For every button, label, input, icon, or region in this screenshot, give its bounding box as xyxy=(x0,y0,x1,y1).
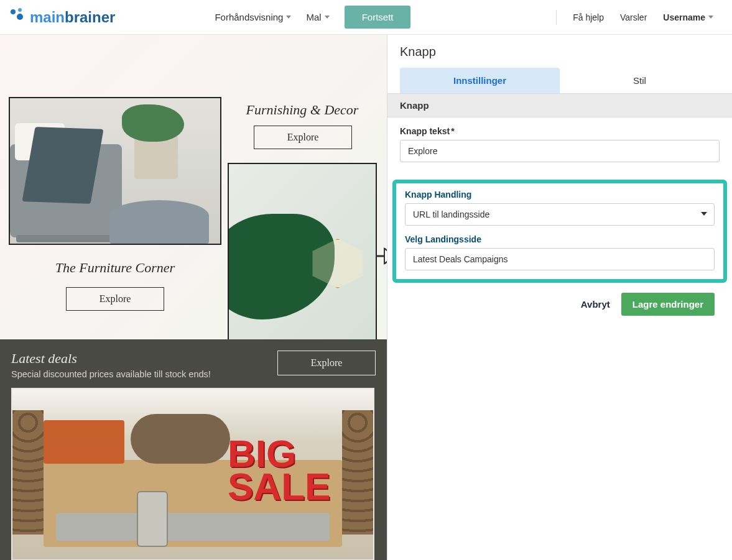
top-navbar: mainbrainer Forhåndsvisning Mal Fortsett… xyxy=(0,0,732,35)
nav-divider xyxy=(556,10,557,25)
cancel-button[interactable]: Avbryt xyxy=(581,299,610,310)
nav-preview-dropdown[interactable]: Forhåndsvisning xyxy=(215,12,291,22)
nav-right: Få hjelp Varsler Username xyxy=(556,10,726,25)
nav-username-label: Username xyxy=(663,12,705,22)
explore-button-deals[interactable]: Explore xyxy=(277,351,376,375)
landing-page-input[interactable] xyxy=(405,248,715,270)
logo[interactable]: mainbrainer xyxy=(9,7,115,27)
logo-text-brainer: brainer xyxy=(65,9,115,25)
svg-point-0 xyxy=(11,9,16,14)
panel-title: Knapp xyxy=(387,35,732,68)
chevron-down-icon xyxy=(286,16,291,19)
logo-dots-icon xyxy=(9,7,26,27)
field-landing-page: Velg Landingsside xyxy=(405,234,715,270)
chevron-down-icon xyxy=(708,16,713,19)
save-button[interactable]: Lagre endringer xyxy=(621,293,715,316)
tab-settings[interactable]: Innstillinger xyxy=(400,68,560,93)
panel-tabs: Innstillinger Stil xyxy=(387,68,732,93)
nav-center: Forhåndsvisning Mal Fortsett xyxy=(215,6,410,29)
button-action-select[interactable] xyxy=(405,203,715,226)
nav-preview-label: Forhåndsvisning xyxy=(215,12,283,22)
arrow-right-icon xyxy=(376,247,387,267)
svg-point-1 xyxy=(18,8,22,12)
chevron-down-icon xyxy=(325,16,330,19)
button-action-label: Knapp Handling xyxy=(405,190,715,200)
decor-image-card[interactable] xyxy=(228,163,377,349)
button-text-input[interactable] xyxy=(400,140,720,162)
svg-point-2 xyxy=(17,14,23,20)
nav-help-link[interactable]: Få hjelp xyxy=(573,12,604,22)
continue-button[interactable]: Fortsett xyxy=(345,6,411,29)
section-label-button: Knapp xyxy=(387,93,732,117)
nav-template-label: Mal xyxy=(306,12,321,22)
tab-style[interactable]: Stil xyxy=(560,68,720,93)
canvas-section-top: The Furniture Corner Explore Furnishing … xyxy=(0,35,387,339)
explore-button-furnishing[interactable]: Explore xyxy=(254,126,352,149)
field-button-text: Knapp tekst* xyxy=(400,126,720,162)
deals-title: Latest deals xyxy=(11,351,211,367)
furniture-title: The Furniture Corner xyxy=(9,260,221,276)
button-text-label: Knapp tekst* xyxy=(400,126,720,136)
furniture-image-card[interactable] xyxy=(9,97,221,245)
deals-image[interactable]: BIGSALE xyxy=(11,388,374,560)
nav-template-dropdown[interactable]: Mal xyxy=(306,12,329,22)
highlighted-action-group: Knapp Handling Velg Landingsside xyxy=(392,180,727,283)
landing-page-label: Velg Landingsside xyxy=(405,234,715,244)
properties-panel: Knapp Innstillinger Stil Knapp Knapp tek… xyxy=(387,35,732,560)
big-sale-text: BIGSALE xyxy=(228,438,330,503)
nav-alerts-link[interactable]: Varsler xyxy=(620,12,647,22)
logo-text-main: main xyxy=(30,9,65,25)
nav-username-dropdown[interactable]: Username xyxy=(663,12,713,22)
panel-actions: Avbryt Lagre endringer xyxy=(387,293,732,316)
canvas-section-deals: Latest deals Special discounted prices a… xyxy=(0,339,387,560)
explore-button-furniture[interactable]: Explore xyxy=(66,287,164,311)
deals-subtitle: Special discounted prices available till… xyxy=(11,369,211,379)
chevron-down-icon xyxy=(701,212,707,216)
furnishing-title: Furnishing & Decor xyxy=(228,102,377,118)
field-button-action: Knapp Handling xyxy=(405,190,715,226)
canvas-preview: The Furniture Corner Explore Furnishing … xyxy=(0,35,387,560)
